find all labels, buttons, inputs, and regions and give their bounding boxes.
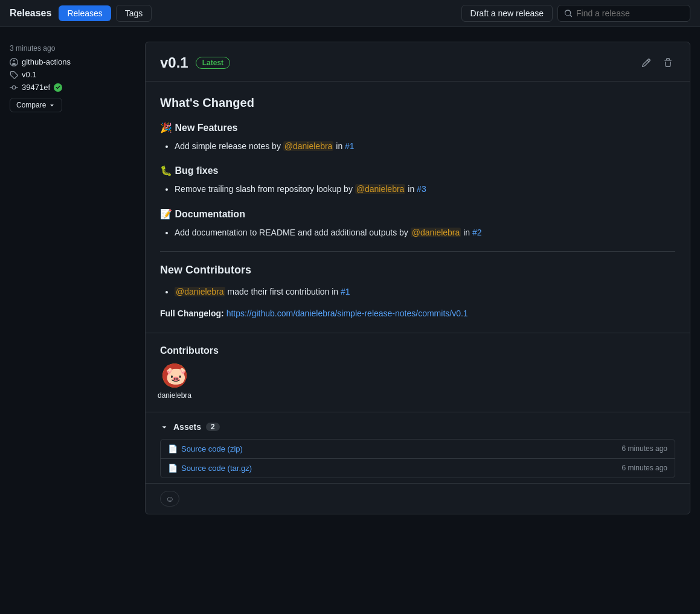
chevron-down-icon [160,423,169,431]
asset-targz-time: 6 minutes ago [622,464,667,472]
page-title: Releases [10,8,51,19]
release-header-actions [639,56,675,70]
assets-list: 📄 Source code (zip) 6 minutes ago 📄 Sour… [160,439,675,478]
asset-zip-label: Source code (zip) [181,444,243,453]
sidebar-actor: github-actions [10,57,130,66]
contributor-name: danielebra [158,391,191,400]
bug-fixes-title: 🐛 Bug fixes [160,165,675,176]
compare-label: Compare [16,101,46,109]
pr-link-1[interactable]: #1 [345,141,355,151]
asset-targz-link[interactable]: 📄 Source code (tar.gz) [168,464,252,473]
new-contributor-pr[interactable]: #1 [341,287,350,296]
person-icon [10,58,18,66]
reaction-button[interactable]: ☺ [160,491,179,507]
smiley-icon: ☺ [165,494,174,504]
assets-section: Assets 2 📄 Source code (zip) 6 minutes a… [146,412,690,483]
find-release-search[interactable] [557,5,690,22]
list-item: Add documentation to README and add addi… [175,226,675,239]
pr-link-2[interactable]: #2 [472,228,482,237]
divider [160,251,675,252]
pencil-icon [641,58,651,68]
sidebar-time: 3 minutes ago [10,44,130,53]
commit-hash: 39471ef [22,83,50,92]
chevron-down-icon [48,101,56,109]
asset-zip-time: 6 minutes ago [622,444,667,453]
search-icon [564,9,573,18]
list-item: @danielebra made their first contributio… [175,285,675,298]
asset-targz-icon: 📄 [168,464,178,473]
new-features-title: 🎉 New Features [160,122,675,133]
nav-left: Releases Releases Tags [10,5,457,22]
asset-zip-icon: 📄 [168,444,178,453]
trash-icon [663,58,673,68]
documentation-title: 📝 Documentation [160,208,675,220]
new-contributors-list: @danielebra made their first contributio… [160,285,675,298]
releases-tab[interactable]: Releases [59,5,111,21]
sidebar-commit: 39471ef [10,83,130,92]
feature-text: Add simple release notes by [175,141,283,151]
avatar [162,363,187,388]
release-body: What's Changed 🎉 New Features Add simple… [146,82,690,333]
asset-item: 📄 Source code (zip) 6 minutes ago [161,440,675,459]
contributors-title: Contributors [160,345,675,356]
reaction-section: ☺ [146,483,690,514]
asset-item: 📄 Source code (tar.gz) 6 minutes ago [161,459,675,478]
compare-button[interactable]: Compare [10,98,62,112]
latest-badge: Latest [196,57,230,69]
avatar-face [162,363,187,388]
documentation-list: Add documentation to README and add addi… [160,226,675,239]
nav-right: Draft a new release [461,5,690,22]
main-container: 3 minutes ago github-actions v0.1 39471e… [0,27,700,529]
check-circle-icon [54,83,62,92]
new-features-list: Add simple release notes by @danielebra … [160,139,675,153]
top-nav: Releases Releases Tags Draft a new relea… [0,0,700,27]
full-changelog: Full Changelog: https://github.com/danie… [160,309,675,318]
contributors-section: Contributors danielebra [146,333,690,412]
new-contributor-user[interactable]: @danielebra [175,287,225,296]
new-contributors-title: New Contributors [160,264,675,277]
release-version: v0.1 [160,54,188,71]
documentation-emoji: 📝 [160,209,172,219]
list-item: Add simple release notes by @danielebra … [175,139,675,153]
pr-link-3[interactable]: #3 [417,184,426,194]
bug-fixes-list: Remove trailing slash from repository lo… [160,182,675,196]
search-input[interactable] [576,8,684,18]
contributor-item: danielebra [160,363,189,400]
user-link-danielebra-3[interactable]: @danielebra [411,228,461,237]
delete-button[interactable] [661,56,675,70]
full-changelog-link[interactable]: https://github.com/danielebra/simple-rel… [226,309,468,318]
sidebar-tag: v0.1 [10,70,130,79]
sidebar-actor-name: github-actions [22,57,71,66]
doc-text: Add documentation to README and add addi… [175,228,411,237]
assets-header: Assets 2 [160,422,675,432]
release-card: v0.1 Latest What's Changed 🎉 [145,42,690,514]
release-header: v0.1 Latest [146,42,690,82]
commit-icon [10,83,18,92]
assets-count: 2 [206,423,220,431]
assets-title: Assets [173,422,201,432]
user-link-danielebra[interactable]: @danielebra [283,141,334,151]
tag-icon [10,71,18,79]
bug-text: Remove trailing slash from repository lo… [175,184,355,194]
asset-targz-label: Source code (tar.gz) [181,464,252,473]
edit-button[interactable] [639,56,653,70]
sidebar: 3 minutes ago github-actions v0.1 39471e… [10,42,130,514]
whats-changed-title: What's Changed [160,96,675,110]
draft-release-button[interactable]: Draft a new release [461,5,553,22]
list-item: Remove trailing slash from repository lo… [175,182,675,196]
bug-fixes-emoji: 🐛 [160,165,172,176]
full-changelog-label: Full Changelog: [160,309,224,318]
tags-tab[interactable]: Tags [116,5,152,22]
new-features-emoji: 🎉 [160,123,172,133]
user-link-danielebra-2[interactable]: @danielebra [355,184,406,194]
sidebar-tag-value: v0.1 [22,70,37,79]
asset-zip-link[interactable]: 📄 Source code (zip) [168,444,243,453]
